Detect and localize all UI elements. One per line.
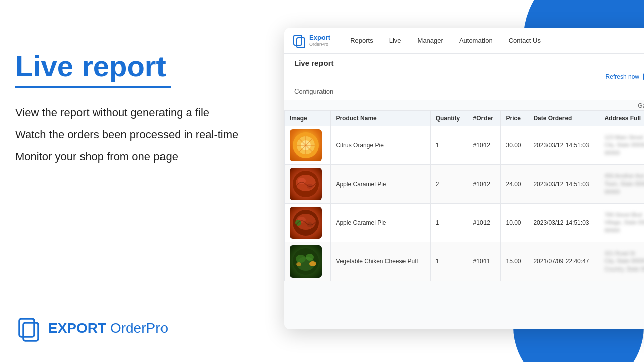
- product-image-apple-2: [290, 207, 322, 239]
- cell-date: 2023/03/12 14:51:03: [528, 204, 599, 242]
- feature-item-2: Watch the orders been processed in real-…: [15, 128, 272, 141]
- nav-logo: Export OrderPro: [292, 34, 330, 48]
- data-table: Image Product Name Quantity #Order Price…: [284, 110, 644, 281]
- app-window: Export OrderPro Reports Live Manager Aut…: [284, 28, 644, 329]
- feature-item-3: Monitor your shop from one page: [15, 150, 272, 163]
- cell-address: 456 Another AveTown, State 0000000000: [599, 165, 644, 204]
- cell-price: 10.00: [501, 204, 528, 242]
- cell-date: 2021/07/09 22:40:47: [528, 242, 599, 281]
- feature-list: View the report without generating a fil…: [15, 106, 272, 163]
- nav-reports[interactable]: Reports: [342, 28, 381, 54]
- main-title: Live report: [15, 50, 272, 82]
- cell-quantity: 2: [430, 165, 468, 204]
- nav-manager[interactable]: Manager: [410, 28, 451, 54]
- brand-logo: EXPORT OrderPro: [15, 315, 168, 342]
- app-toolbar: Refresh now ✓ A: [284, 71, 644, 82]
- refresh-button[interactable]: Refresh now: [606, 73, 639, 80]
- logo-text: EXPORT OrderPro: [48, 320, 168, 336]
- nav-bar: Export OrderPro Reports Live Manager Aut…: [284, 28, 644, 54]
- app-header: Live report: [284, 54, 644, 71]
- config-label: Configuration: [294, 87, 333, 95]
- address-blurred: 789 Street BlvdVillage, State 0000000000: [604, 211, 644, 234]
- gather-label: Gather: [284, 100, 644, 110]
- cell-address: 123 Main StreetCity, State 0000000000: [599, 126, 644, 165]
- cell-quantity: 1: [430, 126, 468, 165]
- cell-order: #1012: [468, 126, 501, 165]
- cell-image: [285, 242, 331, 281]
- nav-contact[interactable]: Contact Us: [501, 28, 549, 54]
- nav-live[interactable]: Live: [381, 28, 410, 54]
- data-table-wrap: Image Product Name Quantity #Order Price…: [284, 110, 644, 320]
- cell-date: 2023/03/12 14:51:03: [528, 126, 599, 165]
- app-content: Live report Refresh now ✓ A Configuratio…: [284, 54, 644, 329]
- cell-image: [285, 126, 331, 165]
- address-blurred: 456 Another AveTown, State 0000000000: [604, 172, 644, 196]
- cell-product-name: Apple Caramel Pie: [331, 204, 430, 242]
- cell-order: #1012: [468, 204, 501, 242]
- table-row: Apple Caramel Pie 2 #1012 24.00 2023/03/…: [285, 165, 645, 204]
- col-address: Address Full: [599, 111, 644, 126]
- address-blurred: 321 Road StCity, State 00000Country, Sta…: [604, 250, 644, 273]
- nav-links: Reports Live Manager Automation Contact …: [342, 28, 644, 54]
- feature-item-1: View the report without generating a fil…: [15, 106, 272, 119]
- title-underline: [15, 86, 171, 88]
- table-row: Apple Caramel Pie 1 #1012 10.00 2023/03/…: [285, 204, 645, 242]
- table-header-row: Image Product Name Quantity #Order Price…: [285, 111, 645, 126]
- cell-product-name: Apple Caramel Pie: [331, 165, 430, 204]
- product-image-citrus: [290, 129, 322, 161]
- cell-image: [285, 165, 331, 204]
- cell-quantity: 1: [430, 204, 468, 242]
- page-title: Live report: [294, 59, 334, 67]
- cell-date: 2023/03/12 14:51:03: [528, 165, 599, 204]
- cell-product-name: Citrus Orange Pie: [331, 126, 430, 165]
- config-section: Configuration: [284, 82, 644, 100]
- table-row: Vegetable Chiken Cheese Puff 1 #1011 15.…: [285, 242, 645, 281]
- nav-automation[interactable]: Automation: [451, 28, 501, 54]
- left-panel: Live report View the report without gene…: [0, 0, 287, 362]
- cell-image: [285, 204, 331, 242]
- svg-rect-2: [294, 35, 302, 45]
- svg-point-23: [306, 254, 314, 261]
- svg-rect-3: [297, 38, 305, 48]
- svg-rect-0: [19, 319, 34, 337]
- product-image-veggie: [290, 245, 322, 278]
- cell-address: 321 Road StCity, State 00000Country, Sta…: [599, 242, 644, 281]
- svg-point-25: [296, 262, 301, 266]
- cell-quantity: 1: [430, 242, 468, 281]
- cell-price: 30.00: [501, 126, 528, 165]
- logo-icon: [15, 315, 42, 342]
- svg-point-22: [296, 255, 306, 263]
- cell-price: 24.00: [501, 165, 528, 204]
- table-row: Citrus Orange Pie 1 #1012 30.00 2023/03/…: [285, 126, 645, 165]
- col-product-name: Product Name: [331, 111, 430, 126]
- svg-point-24: [309, 261, 316, 266]
- col-image: Image: [285, 111, 331, 126]
- cell-address: 789 Street BlvdVillage, State 0000000000: [599, 204, 644, 242]
- svg-rect-1: [23, 323, 38, 341]
- col-price: Price: [501, 111, 528, 126]
- cell-order: #1011: [468, 242, 501, 281]
- col-quantity: Quantity: [430, 111, 468, 126]
- address-blurred: 123 Main StreetCity, State 0000000000: [604, 134, 644, 157]
- product-image-apple: [290, 168, 322, 200]
- col-order: #Order: [468, 111, 501, 126]
- cell-price: 15.00: [501, 242, 528, 281]
- cell-product-name: Vegetable Chiken Cheese Puff: [331, 242, 430, 281]
- col-date: Date Ordered: [528, 111, 599, 126]
- cell-order: #1012: [468, 165, 501, 204]
